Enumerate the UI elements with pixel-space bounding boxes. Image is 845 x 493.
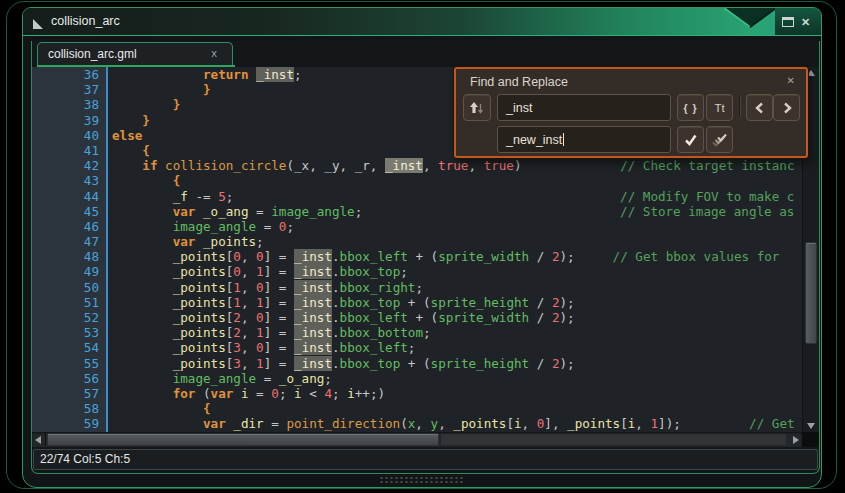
line-number: 53 bbox=[32, 325, 106, 340]
code-line: } bbox=[106, 97, 180, 112]
code-row: 56 image_angle = _o_ang; bbox=[32, 371, 802, 386]
line-number: 59 bbox=[32, 416, 106, 431]
scroll-up-arrow-icon[interactable] bbox=[807, 70, 815, 76]
code-row: 43 { bbox=[32, 173, 802, 188]
dialog-title: Find and Replace bbox=[470, 75, 568, 89]
line-number: 39 bbox=[32, 113, 106, 128]
window-title: collision_arc bbox=[51, 14, 120, 28]
dialog-close-icon[interactable]: ✕ bbox=[787, 75, 795, 86]
code-row: 53 _points[2, 1] = _inst.bbox_bottom; bbox=[32, 325, 802, 340]
code-line: } bbox=[106, 113, 150, 128]
code-row: 51 _points[1, 1] = _inst.bbox_top + (spr… bbox=[32, 295, 802, 310]
replace-input-value: _new_inst bbox=[506, 133, 562, 147]
code-line: return _inst; bbox=[106, 67, 302, 82]
line-number: 51 bbox=[32, 295, 106, 310]
line-number: 56 bbox=[32, 371, 106, 386]
horizontal-scrollbar-thumb[interactable] bbox=[47, 433, 439, 446]
horizontal-scrollbar-track[interactable] bbox=[441, 434, 786, 445]
replace-all-button[interactable] bbox=[706, 126, 733, 153]
scrollbar-divider bbox=[45, 433, 46, 446]
code-line: _points[0, 0] = _inst.bbox_left + (sprit… bbox=[106, 249, 779, 264]
code-line: if collision_circle(_x, _y, _r, _inst, t… bbox=[106, 158, 795, 173]
code-line: _points[0, 1] = _inst.bbox_top; bbox=[106, 264, 408, 279]
tab-label: collision_arc.gml bbox=[48, 47, 137, 61]
titlebar-notch-decoration bbox=[723, 8, 777, 38]
code-line: _f -= 5; // Modify FOV to make c bbox=[106, 189, 794, 204]
code-line: var _points; bbox=[106, 234, 264, 249]
up-down-arrows-icon bbox=[469, 100, 485, 116]
line-number: 43 bbox=[32, 173, 106, 188]
search-direction-button[interactable] bbox=[463, 94, 491, 121]
find-next-button[interactable] bbox=[773, 94, 800, 121]
code-row: 49 _points[0, 1] = _inst.bbox_top; bbox=[32, 264, 802, 279]
tab-close-icon[interactable]: x bbox=[211, 47, 217, 59]
find-input[interactable]: _inst bbox=[497, 94, 671, 121]
line-number: 40 bbox=[32, 128, 106, 143]
scroll-left-arrow-icon[interactable] bbox=[35, 436, 41, 444]
replace-button[interactable] bbox=[677, 126, 704, 153]
status-bar: 22/74 Col:5 Ch:5 bbox=[33, 449, 818, 470]
code-row: 47 var _points; bbox=[32, 234, 802, 249]
code-line: _points[2, 1] = _inst.bbox_bottom; bbox=[106, 325, 431, 340]
code-line: var _dir = point_direction(x, y, _points… bbox=[106, 416, 795, 431]
code-line: _points[3, 1] = _inst.bbox_top + (sprite… bbox=[106, 356, 575, 371]
code-row: 58 { bbox=[32, 401, 802, 416]
code-line: _points[3, 0] = _inst.bbox_left; bbox=[106, 340, 415, 355]
code-row: 55 _points[3, 1] = _inst.bbox_top + (spr… bbox=[32, 356, 802, 371]
find-input-value: _inst bbox=[506, 101, 532, 115]
line-number: 38 bbox=[32, 97, 106, 112]
code-line: image_angle = _o_ang; bbox=[106, 371, 332, 386]
line-number: 50 bbox=[32, 280, 106, 295]
code-line: _points[1, 1] = _inst.bbox_top + (sprite… bbox=[106, 295, 575, 310]
scrollbar-corner bbox=[802, 432, 819, 447]
code-line: { bbox=[106, 401, 211, 416]
line-number: 49 bbox=[32, 264, 106, 279]
close-window-button[interactable]: ✕ bbox=[801, 17, 810, 27]
stacked-checkmarks-icon bbox=[711, 131, 728, 148]
line-number: 36 bbox=[32, 67, 106, 82]
line-number: 45 bbox=[32, 204, 106, 219]
line-number: 47 bbox=[32, 234, 106, 249]
code-line: { bbox=[106, 173, 180, 188]
line-number: 58 bbox=[32, 401, 106, 416]
code-line: { bbox=[106, 143, 150, 158]
find-previous-button[interactable] bbox=[746, 94, 773, 121]
code-row: 57 for (var i = 0; i < 4; i++;) bbox=[32, 386, 802, 401]
code-line: _points[1, 0] = _inst.bbox_right; bbox=[106, 280, 423, 295]
code-row: 59 var _dir = point_direction(x, y, _poi… bbox=[32, 416, 802, 431]
window-controls: ✕ bbox=[775, 8, 821, 35]
match-case-button[interactable]: Tt bbox=[706, 94, 733, 121]
code-row: 52 _points[2, 0] = _inst.bbox_left + (sp… bbox=[32, 310, 802, 325]
line-number: 55 bbox=[32, 356, 106, 371]
line-number: 54 bbox=[32, 340, 106, 355]
code-line: var _o_ang = image_angle; // Store image… bbox=[106, 204, 794, 219]
checkmark-icon bbox=[683, 132, 698, 147]
title-bar[interactable]: collision_arc ✕ bbox=[23, 8, 821, 35]
scroll-right-arrow-icon[interactable] bbox=[793, 436, 799, 444]
text-caret bbox=[563, 133, 564, 146]
whole-word-braces-button[interactable]: { } bbox=[677, 94, 704, 121]
resize-grip[interactable] bbox=[379, 476, 465, 485]
line-number: 44 bbox=[32, 189, 106, 204]
horizontal-scrollbar[interactable] bbox=[32, 432, 802, 447]
replace-input[interactable]: _new_inst bbox=[497, 126, 671, 153]
code-line: image_angle = 0; bbox=[106, 219, 294, 234]
line-number: 41 bbox=[32, 143, 106, 158]
caret-position-status: 22/74 Col:5 Ch:5 bbox=[40, 450, 130, 469]
code-row: 44 _f -= 5; // Modify FOV to make c bbox=[32, 189, 802, 204]
button-separator bbox=[739, 97, 741, 117]
code-row: 46 image_angle = 0; bbox=[32, 219, 802, 234]
code-row: 54 _points[3, 0] = _inst.bbox_left; bbox=[32, 340, 802, 355]
chevron-left-icon bbox=[753, 101, 767, 115]
line-number: 42 bbox=[32, 158, 106, 173]
vertical-scrollbar-thumb[interactable] bbox=[805, 242, 817, 344]
titlebar-highlight-line bbox=[23, 35, 821, 36]
code-line: for (var i = 0; i < 4; i++;) bbox=[106, 386, 385, 401]
line-number: 57 bbox=[32, 386, 106, 401]
scroll-down-arrow-icon[interactable] bbox=[807, 423, 815, 429]
maximize-button[interactable] bbox=[782, 17, 794, 27]
tab-collision-arc-gml[interactable]: collision_arc.gml x bbox=[37, 42, 233, 65]
line-number: 48 bbox=[32, 249, 106, 264]
line-number: 46 bbox=[32, 219, 106, 234]
chevron-right-icon bbox=[780, 101, 794, 115]
